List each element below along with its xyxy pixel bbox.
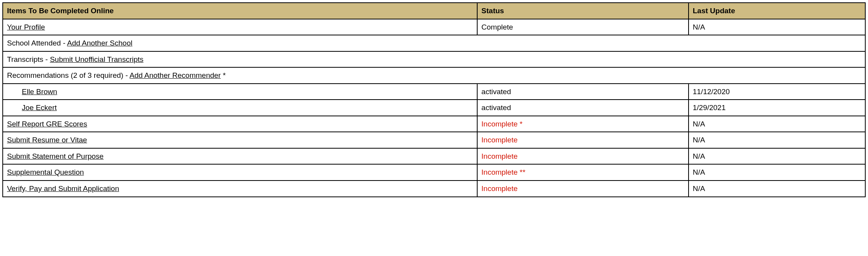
cell-update: N/A bbox=[689, 181, 865, 197]
cell-update: N/A bbox=[689, 116, 865, 132]
row-school-attended: School Attended - Add Another School bbox=[3, 35, 865, 51]
row-verify-pay-submit: Verify, Pay and Submit Application Incom… bbox=[3, 181, 865, 197]
cell-items: Joe Eckert bbox=[3, 100, 477, 116]
cell-status: Incomplete bbox=[477, 181, 689, 197]
row-recommendations: Recommendations (2 of 3 required) - Add … bbox=[3, 67, 865, 84]
verify-pay-submit-link[interactable]: Verify, Pay and Submit Application bbox=[7, 184, 119, 193]
cell-update: 11/12/2020 bbox=[689, 84, 865, 100]
cell-update: N/A bbox=[689, 164, 865, 181]
row-statement-of-purpose: Submit Statement of Purpose Incomplete N… bbox=[3, 148, 865, 165]
row-transcripts: Transcripts - Submit Unofficial Transcri… bbox=[3, 51, 865, 68]
cell-status: activated bbox=[477, 100, 689, 116]
cell-items: Transcripts - Submit Unofficial Transcri… bbox=[3, 51, 865, 68]
table-header-row: Items To Be Completed Online Status Last… bbox=[3, 3, 865, 19]
submit-unofficial-transcripts-link[interactable]: Submit Unofficial Transcripts bbox=[50, 55, 143, 63]
cell-items: Submit Resume or Vitae bbox=[3, 132, 477, 148]
cell-status: Incomplete bbox=[477, 148, 689, 165]
cell-items: School Attended - Add Another School bbox=[3, 35, 865, 51]
row-resume: Submit Resume or Vitae Incomplete N/A bbox=[3, 132, 865, 148]
row-recommender-1: Elle Brown activated 11/12/2020 bbox=[3, 84, 865, 100]
header-update: Last Update bbox=[689, 3, 865, 19]
submit-sop-link[interactable]: Submit Statement of Purpose bbox=[7, 152, 104, 160]
supplemental-question-link[interactable]: Supplemental Question bbox=[7, 168, 84, 176]
self-report-gre-link[interactable]: Self Report GRE Scores bbox=[7, 120, 87, 128]
row-your-profile: Your Profile Complete N/A bbox=[3, 19, 865, 35]
cell-update: N/A bbox=[689, 148, 865, 165]
cell-status: Complete bbox=[477, 19, 689, 35]
cell-items: Your Profile bbox=[3, 19, 477, 35]
row-supplemental-question: Supplemental Question Incomplete ** N/A bbox=[3, 164, 865, 181]
cell-update: N/A bbox=[689, 132, 865, 148]
school-prefix-text: School Attended - bbox=[7, 39, 67, 47]
cell-items: Recommendations (2 of 3 required) - Add … bbox=[3, 67, 865, 84]
application-items-table: Items To Be Completed Online Status Last… bbox=[2, 2, 866, 197]
your-profile-link[interactable]: Your Profile bbox=[7, 23, 45, 31]
row-gre-scores: Self Report GRE Scores Incomplete * N/A bbox=[3, 116, 865, 132]
cell-items: Elle Brown bbox=[3, 84, 477, 100]
recommendations-prefix-text: Recommendations (2 of 3 required) - bbox=[7, 71, 130, 79]
header-items: Items To Be Completed Online bbox=[3, 3, 477, 19]
recommender-elle-brown-link[interactable]: Elle Brown bbox=[22, 88, 57, 96]
recommender-joe-eckert-link[interactable]: Joe Eckert bbox=[22, 103, 57, 112]
recommendations-suffix-text: * bbox=[221, 71, 226, 79]
cell-update: N/A bbox=[689, 19, 865, 35]
row-recommender-2: Joe Eckert activated 1/29/2021 bbox=[3, 100, 865, 116]
transcripts-prefix-text: Transcripts - bbox=[7, 55, 50, 63]
add-another-school-link[interactable]: Add Another School bbox=[67, 39, 132, 47]
cell-status: Incomplete * bbox=[477, 116, 689, 132]
cell-items: Supplemental Question bbox=[3, 164, 477, 181]
cell-update: 1/29/2021 bbox=[689, 100, 865, 116]
cell-status: Incomplete bbox=[477, 132, 689, 148]
cell-status: activated bbox=[477, 84, 689, 100]
add-another-recommender-link[interactable]: Add Another Recommender bbox=[130, 71, 221, 79]
cell-items: Self Report GRE Scores bbox=[3, 116, 477, 132]
header-status: Status bbox=[477, 3, 689, 19]
submit-resume-link[interactable]: Submit Resume or Vitae bbox=[7, 136, 87, 144]
cell-status: Incomplete ** bbox=[477, 164, 689, 181]
cell-items: Submit Statement of Purpose bbox=[3, 148, 477, 165]
cell-items: Verify, Pay and Submit Application bbox=[3, 181, 477, 197]
